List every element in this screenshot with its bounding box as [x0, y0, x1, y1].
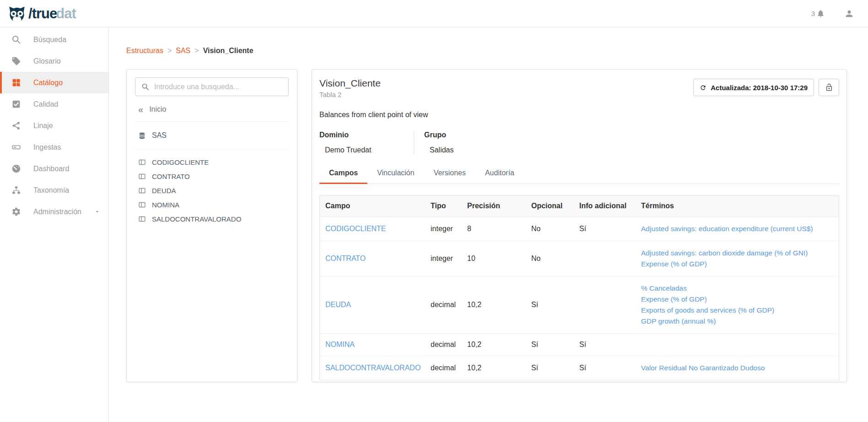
brand-slash: / [28, 5, 32, 22]
tree-search [135, 77, 289, 96]
sitemap-icon [11, 185, 21, 195]
tree-back-button[interactable]: « Inicio [135, 96, 289, 122]
brand-logo[interactable]: / true dat [7, 5, 76, 23]
cell-terminos: Adjusted savings: carbon dioxide damage … [636, 241, 839, 276]
lock-open-icon [825, 83, 833, 92]
meta-block-grupo: GrupoSalidas [414, 131, 501, 154]
tree-table-item-deuda[interactable]: DEUDA [135, 184, 289, 198]
gauge-icon [11, 164, 21, 173]
sidebar-item-label: Dashboard [33, 165, 69, 173]
term-link[interactable]: Expense (% of GDP) [641, 259, 833, 270]
sidebar-nav: BúsquedaGlosarioCatálogoCalidadLinajeIng… [0, 29, 108, 222]
breadcrumb-link-estructuras[interactable]: Estructuras [126, 47, 163, 54]
sidebar-item-label: Administración [33, 208, 81, 216]
sidebar-item-taxonomia[interactable]: Taxonomía [0, 179, 108, 201]
table-row: CONTRATOinteger10NoAdjusted savings: car… [320, 241, 839, 276]
term-link[interactable]: Adjusted savings: carbon dioxide damage … [641, 248, 833, 259]
tree-table-label: SALDOCONTRAVALORADO [152, 215, 241, 223]
term-link[interactable]: Adjusted savings: education expenditure … [641, 223, 833, 234]
notifications-button[interactable]: 3 [811, 9, 825, 18]
cell-precision: 8 [462, 217, 526, 241]
meta-value: Salidas [424, 146, 491, 154]
table-icon [138, 173, 146, 180]
cell-tipo: decimal [425, 334, 462, 356]
sidebar-item-label: Linaje [33, 122, 53, 130]
term-link[interactable]: % Canceladas [641, 283, 833, 294]
table-row: DEUDAdecimal10,2Sí% CanceladasExpense (%… [320, 276, 839, 334]
cell-terminos: % CanceladasExpense (% of GDP)Exports of… [636, 276, 839, 334]
lock-button[interactable] [819, 79, 839, 96]
search-icon [141, 83, 149, 91]
sidebar-item-label: Ingestas [33, 143, 61, 151]
brand-name-secondary: dat [56, 5, 76, 22]
detail-header: Vision_Cliente Tabla 2 Actualizada: 2018… [319, 78, 839, 98]
table-icon [138, 158, 146, 166]
tree-table-item-saldocontravalorado[interactable]: SALDOCONTRAVALORADO [135, 212, 289, 226]
term-link[interactable]: GDP growth (annual %) [641, 316, 833, 327]
field-link-deuda[interactable]: DEUDA [325, 301, 351, 308]
sidebar-item-label: Glosario [33, 57, 61, 65]
breadcrumb-separator: > [194, 47, 199, 54]
cell-terminos: Valor Residual No Garantizado Dudoso [636, 356, 839, 380]
check-square-icon [11, 99, 21, 109]
main-content: Estructuras>SAS>Vision_Cliente « Inicio … [109, 27, 868, 422]
share-icon [11, 121, 21, 130]
table-row: CODIGOCLIENTEinteger8NoSíAdjusted saving… [320, 217, 839, 241]
caret-down-icon [94, 208, 101, 215]
meta-value: Demo Truedat [319, 146, 404, 154]
column-header-tipo: Tipo [425, 195, 462, 217]
sidebar-item-busqueda[interactable]: Búsqueda [0, 29, 108, 50]
cell-opcional: Sí [526, 334, 574, 356]
column-header-términos: Términos [636, 195, 839, 217]
cell-opcional: No [526, 217, 574, 241]
table-row: NOMINAdecimal10,2SíSí [320, 334, 839, 356]
meta-block-dominio: DominioDemo Truedat [319, 131, 414, 154]
cell-opcional: Sí [526, 356, 574, 380]
field-link-saldocontravalorado[interactable]: SALDOCONTRAVALORADO [325, 364, 421, 372]
term-link[interactable]: Expense (% of GDP) [641, 294, 833, 305]
fields-table: CampoTipoPrecisiónOpcionalInfo adicional… [319, 195, 839, 380]
field-link-nomina[interactable]: NOMINA [325, 341, 355, 348]
tree-table-item-nomina[interactable]: NOMINA [135, 198, 289, 212]
chevron-double-left-icon: « [138, 106, 143, 113]
breadcrumb: Estructuras>SAS>Vision_Cliente [126, 47, 253, 55]
term-link[interactable]: Exports of goods and services (% of GDP) [641, 305, 833, 316]
updated-refresh-button[interactable]: Actualizada: 2018-10-30 17:29 [693, 79, 814, 96]
tab-vinculación[interactable]: Vinculación [367, 164, 424, 184]
tree-search-input[interactable] [154, 83, 282, 91]
sidebar: BúsquedaGlosarioCatálogoCalidadLinajeIng… [0, 27, 109, 422]
structure-description: Balances from client point of view [319, 111, 839, 119]
tab-campos[interactable]: Campos [319, 164, 367, 184]
database-icon [138, 132, 146, 140]
meta-label: Dominio [319, 131, 404, 139]
breadcrumb-link-sas[interactable]: SAS [176, 47, 190, 54]
tree-table-item-contrato[interactable]: CONTRATO [135, 169, 289, 184]
sidebar-item-dashboard[interactable]: Dashboard [0, 158, 108, 179]
sidebar-item-administracion[interactable]: Administración [0, 201, 108, 222]
tab-auditoría[interactable]: Auditoría [475, 164, 524, 184]
sidebar-item-catalogo[interactable]: Catálogo [0, 72, 108, 93]
table-icon [138, 201, 146, 209]
field-link-codigocliente[interactable]: CODIGOCLIENTE [325, 225, 386, 233]
term-link[interactable]: Valor Residual No Garantizado Dudoso [641, 362, 833, 373]
updated-label: Actualizada: 2018-10-30 17:29 [711, 84, 808, 92]
sidebar-item-label: Búsqueda [33, 36, 66, 44]
app-header: / true dat 3 [0, 0, 868, 27]
structure-tree-panel: « Inicio SAS CODIGOCLIENTECONTRATODEUDAN… [126, 69, 297, 382]
user-menu-button[interactable] [844, 9, 854, 19]
tree-table-list: CODIGOCLIENTECONTRATODEUDANOMINASALDOCON… [135, 150, 289, 226]
column-header-precisión: Precisión [462, 195, 526, 217]
grid-icon [11, 78, 21, 87]
fields-table-header: CampoTipoPrecisiónOpcionalInfo adicional… [320, 195, 839, 217]
sidebar-item-label: Catálogo [33, 79, 63, 87]
sidebar-item-calidad[interactable]: Calidad [0, 93, 108, 115]
sidebar-item-linaje[interactable]: Linaje [0, 115, 108, 136]
field-link-contrato[interactable]: CONTRATO [325, 254, 366, 262]
sidebar-item-ingestas[interactable]: Ingestas [0, 136, 108, 158]
tree-system-sas[interactable]: SAS [135, 122, 289, 150]
column-header-campo: Campo [320, 195, 425, 217]
sidebar-item-glosario[interactable]: Glosario [0, 50, 108, 72]
sidebar-item-label: Calidad [33, 100, 58, 108]
tab-versiones[interactable]: Versiones [424, 164, 475, 184]
tree-table-item-codigocliente[interactable]: CODIGOCLIENTE [135, 155, 289, 169]
